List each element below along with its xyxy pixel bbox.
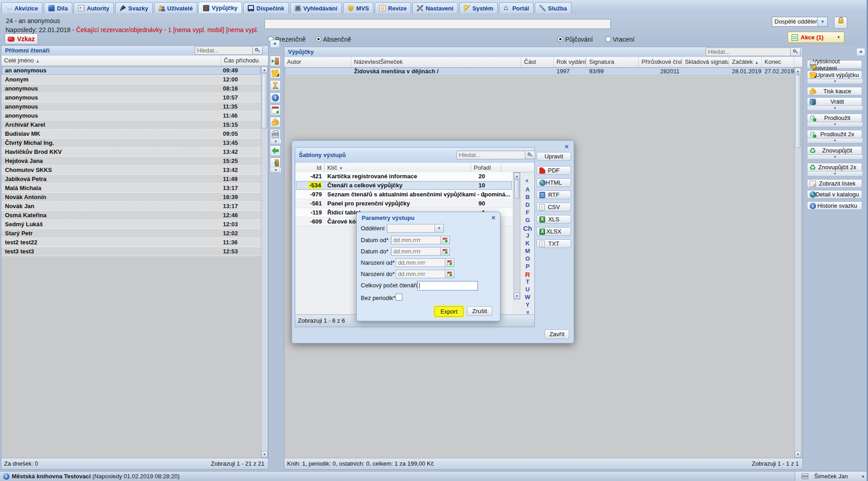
operation-radio-label[interactable]: Vracení xyxy=(613,36,635,43)
tab-pen[interactable]: Svazky xyxy=(115,2,153,14)
operation-radio-label[interactable]: Půjčování xyxy=(565,36,593,43)
export-txt-button[interactable]: TXT xyxy=(537,239,571,248)
tab-shield[interactable]: MVS xyxy=(343,2,373,14)
sidebar-coins-button[interactable]: Tisk kauce xyxy=(807,87,862,95)
jump-top-button[interactable]: « xyxy=(522,177,533,184)
sidebar-dropdown[interactable]: ▼ xyxy=(807,155,863,160)
alphabet-Y[interactable]: Y xyxy=(522,301,533,308)
column-header-4[interactable]: Signatura xyxy=(586,57,639,67)
search-trigger-button[interactable] xyxy=(791,48,801,56)
sidebar-dropdown[interactable]: ▼ xyxy=(807,171,863,176)
sidebar-recycle-button[interactable]: Znovupůjčit xyxy=(807,146,862,155)
tab-clipboard[interactable]: Revize xyxy=(375,2,411,14)
export-xlsx-button[interactable]: XLSX xyxy=(537,227,571,236)
list-item[interactable]: Novák Jan13:17 xyxy=(1,202,261,211)
calendar-trigger-button[interactable] xyxy=(441,236,450,244)
calendar-trigger-button[interactable] xyxy=(441,247,450,256)
list-item[interactable]: Archivář Karel15:15 xyxy=(1,120,261,129)
sidebar-clock-add-button[interactable]: Prodloužit 2x xyxy=(807,130,862,138)
list-item[interactable]: anonymous10:57 xyxy=(1,93,261,102)
sidebar-print-confirm-button[interactable]: Vytisknout potvrzení xyxy=(807,60,862,69)
chevron-down-icon[interactable]: ▼ xyxy=(435,224,444,233)
export-rtf-button[interactable]: RTF xyxy=(537,190,571,199)
alphabet-K[interactable]: K xyxy=(522,240,533,247)
mode-radio[interactable] xyxy=(316,36,321,42)
tool-hourglass-button[interactable] xyxy=(270,80,281,91)
list-item[interactable]: Hejdová Jana15:25 xyxy=(1,157,261,166)
loans-search-input[interactable] xyxy=(706,48,791,56)
column-header-5[interactable]: Přírůstkové číslo xyxy=(639,57,682,67)
list-item[interactable]: an anonymous09:49 xyxy=(1,66,261,75)
calendar-trigger-button[interactable] xyxy=(445,270,454,278)
tab-key[interactable]: Systém xyxy=(459,2,498,14)
sidebar-dropdown[interactable]: ▼ xyxy=(807,106,863,111)
alphabet-U[interactable]: U xyxy=(522,286,533,293)
tool-door-in-button[interactable] xyxy=(270,56,281,67)
loan-row[interactable]: Židovská menšina v dějinách /199793/9928… xyxy=(284,67,794,76)
readers-scrollbar[interactable]: ▲ ▼ xyxy=(261,66,268,458)
list-item[interactable]: anonymous11:46 xyxy=(1,111,261,120)
list-item[interactable]: Jablková Petra11:49 xyxy=(1,175,261,184)
list-item[interactable]: Novák Antonín16:39 xyxy=(1,193,261,202)
template-row[interactable]: -561Panel pro prezenční výpůjčky90 xyxy=(296,199,512,208)
list-item[interactable]: Havlíčkův Brod KKV13:42 xyxy=(1,148,261,157)
tab-books[interactable]: Výpůjčky xyxy=(198,2,242,14)
tool-door-out-button[interactable] xyxy=(270,157,281,168)
close-icon[interactable]: × xyxy=(563,143,570,150)
export-pdf-button[interactable]: PDF xyxy=(537,166,571,175)
tab-home[interactable]: Portál xyxy=(499,2,533,14)
reader-count-field[interactable] xyxy=(417,281,478,291)
sidebar-pencil-button[interactable]: Upravit výpůjčku xyxy=(807,71,862,79)
alphabet-T[interactable]: T xyxy=(522,278,533,285)
calendar-trigger-button[interactable] xyxy=(445,258,454,267)
date-field[interactable] xyxy=(391,236,441,244)
periodicals-checkbox[interactable] xyxy=(396,294,402,300)
tab-hammer[interactable]: Služba xyxy=(535,2,571,14)
export-xls-button[interactable]: XLS xyxy=(537,215,571,224)
list-item[interactable]: test3 test312:53 xyxy=(1,247,261,256)
alphabet-M[interactable]: M xyxy=(522,248,533,254)
export-upravit-button[interactable]: Upravit xyxy=(537,152,571,161)
tool-pencil-button[interactable] xyxy=(270,68,281,79)
barcode-input[interactable] xyxy=(264,19,611,29)
template-row[interactable]: -534Čtenáři a celkové výpůjčky10 xyxy=(296,181,512,190)
column-header-key[interactable]: Klíč▼ xyxy=(325,163,471,172)
export-html-button[interactable]: HTML xyxy=(537,178,571,187)
alphabet-F[interactable]: F xyxy=(522,209,533,216)
readers-search-input[interactable] xyxy=(195,46,253,55)
alphabet-O[interactable]: O xyxy=(522,255,533,262)
sidebar-recycle-button[interactable]: Znovupůjčit 2x xyxy=(807,163,862,171)
list-item[interactable]: Budislav MK09:05 xyxy=(1,129,261,138)
sidebar-ticket-button[interactable]: Zobrazit lístek xyxy=(807,179,862,188)
message-button[interactable]: Vzkaz xyxy=(5,33,38,44)
column-header-time[interactable]: Čas příchodu xyxy=(221,56,268,66)
sidebar-clock-add-button[interactable]: Prodloužit xyxy=(807,114,862,122)
cancel-button[interactable]: Zrušit xyxy=(467,306,492,316)
tool-printer-button[interactable] xyxy=(270,129,281,140)
alphabet-A[interactable]: A xyxy=(522,186,533,193)
alphabet-R[interactable]: R xyxy=(522,271,533,278)
department-field[interactable] xyxy=(387,224,435,233)
template-row[interactable]: -979Seznam čtenářů s aktualními absenční… xyxy=(296,190,512,199)
alphabet-J[interactable]: J xyxy=(522,232,533,239)
list-item[interactable]: anonymous08:16 xyxy=(1,84,261,93)
close-icon[interactable]: × xyxy=(490,214,497,221)
search-trigger-button[interactable] xyxy=(525,151,535,159)
sidebar-info-button[interactable]: Historie svazku xyxy=(807,201,862,210)
column-header-7[interactable]: Začátek▲ xyxy=(729,57,762,67)
column-header-order[interactable]: Pořadí xyxy=(471,163,501,172)
export-button[interactable]: Export xyxy=(434,306,463,317)
date-field[interactable] xyxy=(396,270,445,278)
column-header-8[interactable]: Konec xyxy=(762,57,794,67)
column-header-name[interactable]: Celé jméno▲ xyxy=(1,56,221,66)
column-header-0[interactable]: Autor xyxy=(284,57,351,67)
sidebar-dropdown[interactable]: ▼ xyxy=(807,122,863,127)
list-item[interactable]: Čtvrtý Michal Ing.13:45 xyxy=(1,138,261,148)
sidebar-dropdown[interactable]: ▼ xyxy=(807,79,863,84)
tab-tools[interactable]: Nastavení xyxy=(412,2,458,14)
tab-cart[interactable]: Akvizice xyxy=(1,2,42,14)
lock-button[interactable] xyxy=(834,17,847,29)
list-item[interactable]: Sedmý Lukáš12:03 xyxy=(1,220,261,229)
tab-monitor[interactable]: Dispečink xyxy=(243,2,288,14)
sidebar-book-return-button[interactable]: Vrátit xyxy=(807,97,862,106)
